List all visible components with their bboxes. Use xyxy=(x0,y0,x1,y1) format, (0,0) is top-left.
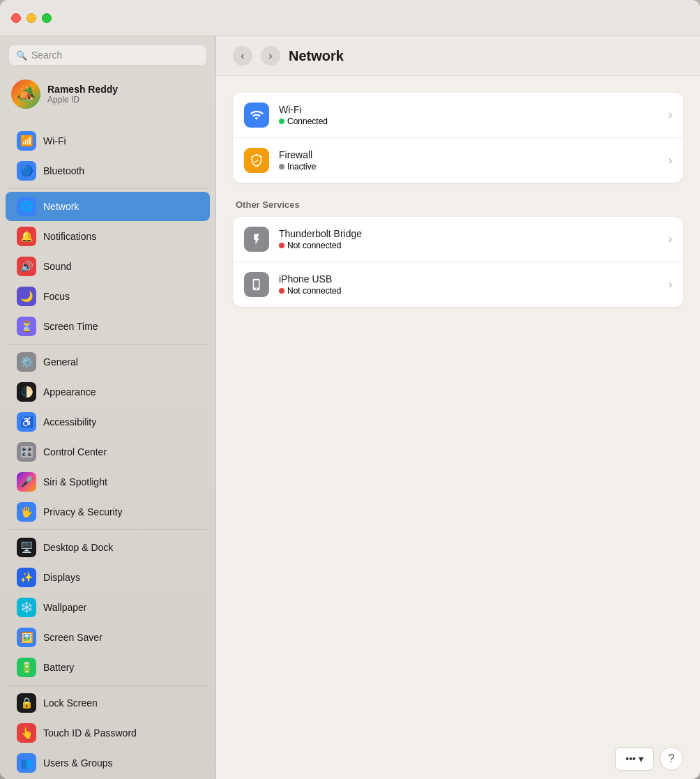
sidebar-label-lockscreen: Lock Screen xyxy=(43,697,98,709)
forward-button[interactable]: › xyxy=(261,46,280,66)
thunderbolt-subtitle: Not connected xyxy=(279,241,659,250)
wifi-card-icon xyxy=(244,103,269,128)
main-body: Wi-Fi Connected › xyxy=(216,76,700,739)
iphone-usb-status-text: Not connected xyxy=(287,286,341,296)
sidebar-label-notifications: Notifications xyxy=(43,231,96,242)
more-actions-button[interactable]: ••• ▾ xyxy=(615,747,654,771)
sidebar-divider-desktop xyxy=(8,529,207,530)
sidebar-label-desktop: Desktop & Dock xyxy=(43,542,113,553)
sidebar-label-battery: Battery xyxy=(43,662,74,673)
sidebar-item-bluetooth[interactable]: 🔵Bluetooth xyxy=(6,156,210,186)
sidebar-item-screensaver[interactable]: 🖼️Screen Saver xyxy=(6,623,210,652)
firewall-title: Firewall xyxy=(279,149,659,160)
avatar-emoji: 🏕️ xyxy=(17,85,36,103)
sidebar-icon-privacy: 🖐️ xyxy=(17,502,36,522)
system-preferences-window: 🔍 Search 🏕️ Ramesh Reddy Apple ID 📶Wi-Fi… xyxy=(0,0,700,779)
sidebar-item-sound[interactable]: 🔊Sound xyxy=(6,252,210,281)
sidebar-item-wifi[interactable]: 📶Wi-Fi xyxy=(6,126,210,156)
maximize-button[interactable] xyxy=(42,13,52,23)
sidebar-item-desktop[interactable]: 🖥️Desktop & Dock xyxy=(6,533,210,562)
wifi-subtitle: Connected xyxy=(279,116,659,126)
sidebar-icon-lockscreen: 🔒 xyxy=(17,693,36,713)
other-services-card: Thunderbolt Bridge Not connected › xyxy=(233,217,683,307)
sidebar-label-privacy: Privacy & Security xyxy=(43,506,123,517)
minimize-button[interactable] xyxy=(26,13,36,23)
primary-services-card: Wi-Fi Connected › xyxy=(233,93,683,183)
sidebar-label-appearance: Appearance xyxy=(43,386,96,398)
search-icon: 🔍 xyxy=(16,50,27,61)
more-actions-label: ••• xyxy=(625,753,636,764)
sidebar-item-focus[interactable]: 🌙Focus xyxy=(6,282,210,311)
sidebar-item-touchid[interactable]: 👆Touch ID & Password xyxy=(6,718,210,748)
firewall-status-dot xyxy=(279,164,284,169)
sidebar-item-appearance[interactable]: 🌓Appearance xyxy=(6,377,210,407)
other-services-label: Other Services xyxy=(233,199,683,210)
sidebar-icon-desktop: 🖥️ xyxy=(17,538,36,557)
sidebar-item-siri[interactable]: 🎤Siri & Spotlight xyxy=(6,467,210,497)
sidebar-label-screensaver: Screen Saver xyxy=(43,632,102,643)
iphone-usb-card-icon xyxy=(244,272,269,297)
sidebar-icon-controlcenter: 🎛️ xyxy=(17,442,36,462)
sidebar-label-network: Network xyxy=(43,201,79,212)
sidebar-item-wallpaper[interactable]: ❄️Wallpaper xyxy=(6,593,210,622)
search-bar[interactable]: 🔍 Search xyxy=(8,45,207,66)
sidebar-icon-users: 👥 xyxy=(17,753,36,773)
sidebar-icon-accessibility: ♿ xyxy=(17,412,36,432)
sidebar-item-notifications[interactable]: 🔔Notifications xyxy=(6,222,210,251)
thunderbolt-card-text: Thunderbolt Bridge Not connected xyxy=(279,228,659,250)
firewall-item[interactable]: Firewall Inactive › xyxy=(233,137,683,183)
sidebar-divider-general xyxy=(8,344,207,345)
firewall-chevron-icon: › xyxy=(669,154,672,167)
iphone-usb-item[interactable]: iPhone USB Not connected › xyxy=(233,262,683,307)
sidebar-item-battery[interactable]: 🔋Battery xyxy=(6,653,210,682)
sidebar-icon-screensaver: 🖼️ xyxy=(17,628,36,647)
sidebar-icon-displays: ✨ xyxy=(17,568,36,587)
back-button[interactable]: ‹ xyxy=(233,46,252,66)
sidebar-item-lockscreen[interactable]: 🔒Lock Screen xyxy=(6,688,210,718)
sidebar-icon-network: 🌐 xyxy=(17,197,36,216)
sidebar-item-accessibility[interactable]: ♿Accessibility xyxy=(6,407,210,437)
iphone-usb-card-text: iPhone USB Not connected xyxy=(279,273,659,296)
help-label: ? xyxy=(669,752,675,765)
firewall-card-text: Firewall Inactive xyxy=(279,149,659,172)
sidebar-item-privacy[interactable]: 🖐️Privacy & Security xyxy=(6,497,210,527)
bottom-bar: ••• ▾ ? xyxy=(216,739,700,779)
wifi-item[interactable]: Wi-Fi Connected › xyxy=(233,93,683,137)
user-profile[interactable]: 🏕️ Ramesh Reddy Apple ID xyxy=(0,74,215,114)
sidebar-label-siri: Siri & Spotlight xyxy=(43,476,107,487)
sidebar: 🔍 Search 🏕️ Ramesh Reddy Apple ID 📶Wi-Fi… xyxy=(0,36,216,779)
traffic-lights xyxy=(11,13,52,23)
sidebar-icon-general: ⚙️ xyxy=(17,352,36,372)
close-button[interactable] xyxy=(11,13,21,23)
sidebar-label-general: General xyxy=(43,356,78,368)
sidebar-label-focus: Focus xyxy=(43,291,70,302)
wifi-title: Wi-Fi xyxy=(279,104,659,115)
wifi-chevron-icon: › xyxy=(669,109,672,121)
main-header: ‹ › Network xyxy=(216,36,700,76)
thunderbolt-title: Thunderbolt Bridge xyxy=(279,228,659,239)
iphone-usb-status-dot xyxy=(279,288,284,294)
sidebar-item-displays[interactable]: ✨Displays xyxy=(6,563,210,592)
sidebar-item-users[interactable]: 👥Users & Groups xyxy=(6,748,210,778)
sidebar-label-users: Users & Groups xyxy=(43,757,113,769)
sidebar-item-general[interactable]: ⚙️General xyxy=(6,347,210,377)
sidebar-icon-battery: 🔋 xyxy=(17,658,36,677)
sidebar-item-controlcenter[interactable]: 🎛️Control Center xyxy=(6,437,210,467)
sidebar-icon-wallpaper: ❄️ xyxy=(17,598,36,617)
iphone-usb-subtitle: Not connected xyxy=(279,286,659,296)
dropdown-chevron-icon: ▾ xyxy=(639,753,644,764)
sidebar-icon-notifications: 🔔 xyxy=(17,227,36,246)
sidebar-item-network[interactable]: 🌐Network xyxy=(6,192,210,221)
sidebar-icon-bluetooth: 🔵 xyxy=(17,161,36,181)
sidebar-label-bluetooth: Bluetooth xyxy=(43,165,84,176)
sidebar-icon-screentime: ⏳ xyxy=(17,317,36,336)
sidebar-divider-network xyxy=(8,188,207,189)
thunderbolt-status-text: Not connected xyxy=(287,241,341,250)
thunderbolt-item[interactable]: Thunderbolt Bridge Not connected › xyxy=(233,217,683,262)
sidebar-label-wallpaper: Wallpaper xyxy=(43,602,87,613)
content-area: 🔍 Search 🏕️ Ramesh Reddy Apple ID 📶Wi-Fi… xyxy=(0,36,700,779)
sidebar-item-screentime[interactable]: ⏳Screen Time xyxy=(6,312,210,341)
sidebar-label-accessibility: Accessibility xyxy=(43,416,96,428)
avatar: 🏕️ xyxy=(11,80,40,109)
help-button[interactable]: ? xyxy=(660,747,683,771)
